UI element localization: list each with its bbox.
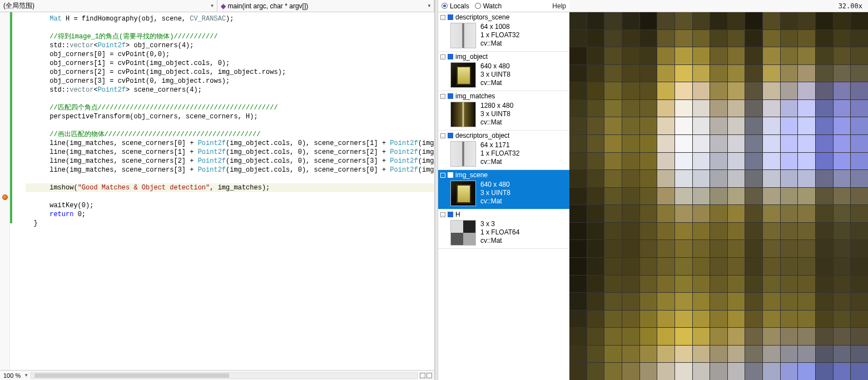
var-thumbnail — [450, 23, 476, 48]
tree-toggle-icon[interactable]: - — [440, 133, 445, 138]
variable-icon — [448, 212, 453, 217]
var-row-img_object[interactable]: -img_object640 x 4803 x UINT8cv::Mat — [438, 52, 569, 91]
variable-list[interactable]: -descriptors_scene64 x 10081 x FLOAT32cv… — [438, 12, 569, 380]
var-name: descriptors_object — [455, 132, 509, 139]
breakpoint-icon[interactable] — [2, 194, 8, 200]
tree-toggle-icon[interactable]: - — [440, 94, 445, 99]
var-thumbnail — [450, 141, 476, 167]
chevron-down-icon[interactable]: ▼ — [24, 373, 31, 378]
var-row-img_matches[interactable]: -img_matches1280 x 4803 x UINT8cv::Mat — [438, 91, 569, 131]
variable-icon — [448, 14, 453, 20]
change-marker — [10, 12, 12, 223]
tree-toggle-icon[interactable]: - — [440, 15, 445, 20]
image-zoom-label: 32.00x — [839, 2, 862, 10]
var-thumbnail — [450, 102, 476, 127]
inspector-pane: Locals Watch Help -descriptors_scene64 x… — [438, 0, 569, 380]
editor-corner-icons[interactable] — [418, 373, 434, 378]
variable-icon — [448, 54, 453, 59]
function-label: main(int argc, char * argv[]) — [228, 2, 309, 10]
var-name: H — [455, 211, 460, 218]
chevron-down-icon: ▼ — [427, 3, 431, 8]
tree-toggle-icon[interactable]: - — [440, 212, 445, 217]
var-thumbnail — [450, 62, 476, 88]
var-name: img_scene — [455, 171, 488, 179]
code-editor-pane: (全局范围) ▼ ◆ main(int argc, char * argv[])… — [0, 0, 435, 380]
var-row-descriptors_object[interactable]: -descriptors_object64 x 11711 x FLOAT32c… — [438, 131, 569, 170]
tree-toggle-icon[interactable]: - — [440, 54, 445, 59]
var-thumbnail — [450, 220, 476, 246]
var-name: img_matches — [455, 92, 495, 100]
help-link[interactable]: Help — [552, 2, 566, 10]
pixel-grid[interactable] — [569, 12, 868, 380]
var-name: descriptors_scene — [455, 13, 509, 21]
editor-zoom-label[interactable]: 100 % — [0, 372, 24, 379]
editor-gutter[interactable] — [0, 12, 10, 370]
tab-watch[interactable]: Watch — [475, 2, 502, 10]
var-row-H[interactable]: -H3 x 31 x FLOAT64cv::Mat — [438, 209, 569, 249]
horizontal-scrollbar[interactable] — [31, 372, 418, 379]
var-row-img_scene[interactable]: -img_scene640 x 4803 x UINT8cv::Mat — [438, 170, 569, 209]
function-selector[interactable]: ◆ main(int argc, char * argv[]) ▼ — [217, 0, 435, 12]
variable-icon — [448, 172, 453, 178]
chevron-down-icon: ▼ — [210, 3, 215, 8]
var-row-descriptors_scene[interactable]: -descriptors_scene64 x 10081 x FLOAT32cv… — [438, 12, 569, 52]
scope-selector[interactable]: (全局范围) ▼ — [0, 0, 217, 12]
variable-icon — [448, 133, 453, 138]
var-thumbnail — [450, 181, 476, 206]
tab-locals[interactable]: Locals — [442, 2, 469, 10]
image-preview-pane: 32.00x — [569, 0, 868, 380]
scope-label: (全局范围) — [3, 1, 34, 11]
tree-toggle-icon[interactable]: - — [440, 173, 445, 178]
var-name: img_object — [455, 53, 488, 61]
code-text[interactable]: Mat H = findHomography(obj, scene, CV_RA… — [10, 12, 434, 370]
method-icon: ◆ — [221, 2, 226, 10]
variable-icon — [448, 93, 453, 99]
